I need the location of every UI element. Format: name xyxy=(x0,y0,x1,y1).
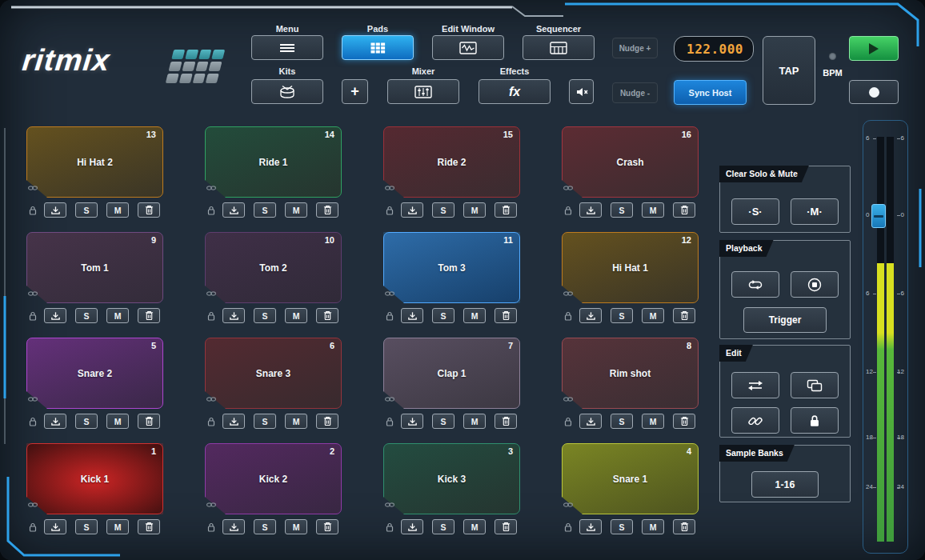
pad-solo-button[interactable]: S xyxy=(75,414,98,429)
pad-load-sample-button[interactable] xyxy=(44,308,66,323)
trigger-button[interactable]: Trigger xyxy=(743,307,827,333)
pad-solo-button[interactable]: S xyxy=(75,202,98,218)
pad-load-sample-button[interactable] xyxy=(401,202,423,218)
pad-mute-button[interactable]: M xyxy=(642,414,664,429)
pad-load-sample-button[interactable] xyxy=(579,414,602,429)
pad-mute-button[interactable]: M xyxy=(463,519,486,534)
pad-mute-button[interactable]: M xyxy=(642,519,664,534)
sequencer-button[interactable] xyxy=(523,35,595,60)
drum-pad[interactable]: 11 Tom 3 xyxy=(383,232,520,303)
pad-lock-icon[interactable] xyxy=(386,522,394,532)
lock-pads-button[interactable] xyxy=(791,407,839,434)
pad-mute-button[interactable]: M xyxy=(463,414,486,429)
pad-load-sample-button[interactable] xyxy=(401,519,423,534)
pad-lock-icon[interactable] xyxy=(207,522,215,532)
bank-range-button[interactable]: 1-16 xyxy=(751,471,819,498)
pad-solo-button[interactable]: S xyxy=(432,414,454,429)
drum-pad[interactable]: 7 Clap 1 xyxy=(383,338,520,409)
pad-delete-button[interactable] xyxy=(495,519,517,534)
pad-load-sample-button[interactable] xyxy=(222,414,245,429)
pad-mute-button[interactable]: M xyxy=(463,308,486,323)
pad-delete-button[interactable] xyxy=(316,308,338,323)
pad-delete-button[interactable] xyxy=(495,308,517,323)
pad-mute-button[interactable]: M xyxy=(285,202,307,218)
pad-delete-button[interactable] xyxy=(138,202,160,218)
pad-load-sample-button[interactable] xyxy=(579,202,602,218)
drum-pad[interactable]: 16 Crash xyxy=(562,126,699,198)
drum-pad[interactable]: 4 Snare 1 xyxy=(562,443,699,514)
pad-mute-button[interactable]: M xyxy=(285,308,307,323)
drum-pad[interactable]: 1 Kick 1 xyxy=(26,443,163,514)
pad-solo-button[interactable]: S xyxy=(432,519,454,534)
pad-delete-button[interactable] xyxy=(138,308,160,323)
pad-solo-button[interactable]: S xyxy=(75,519,98,534)
drum-pad[interactable]: 5 Snare 2 xyxy=(26,338,163,409)
pad-solo-button[interactable]: S xyxy=(254,519,276,534)
drum-pad[interactable]: 6 Snare 3 xyxy=(205,338,342,409)
pad-load-sample-button[interactable] xyxy=(401,308,423,323)
pad-solo-button[interactable]: S xyxy=(611,519,633,534)
pad-delete-button[interactable] xyxy=(673,202,695,218)
pad-lock-icon[interactable] xyxy=(386,206,394,215)
pad-solo-button[interactable]: S xyxy=(432,308,454,323)
pad-mute-button[interactable]: M xyxy=(106,414,129,429)
pad-delete-button[interactable] xyxy=(673,414,695,429)
pad-load-sample-button[interactable] xyxy=(579,519,602,534)
pad-lock-icon[interactable] xyxy=(29,417,37,426)
pad-mute-button[interactable]: M xyxy=(106,308,129,323)
pad-load-sample-button[interactable] xyxy=(44,519,66,534)
clear-all-mute-button[interactable]: ·M· xyxy=(791,198,839,225)
swap-pads-button[interactable] xyxy=(731,372,779,398)
pad-load-sample-button[interactable] xyxy=(222,519,245,534)
pad-lock-icon[interactable] xyxy=(29,206,37,215)
pad-solo-button[interactable]: S xyxy=(611,308,633,323)
pad-load-sample-button[interactable] xyxy=(222,202,245,218)
pad-solo-button[interactable]: S xyxy=(432,202,454,218)
pad-load-sample-button[interactable] xyxy=(44,414,66,429)
pad-lock-icon[interactable] xyxy=(29,522,37,532)
pad-lock-icon[interactable] xyxy=(207,417,215,426)
bpm-display[interactable]: 122.000 xyxy=(674,36,754,62)
drum-pad[interactable]: 2 Kick 2 xyxy=(205,443,342,514)
pad-mute-button[interactable]: M xyxy=(106,202,129,218)
pad-load-sample-button[interactable] xyxy=(222,308,245,323)
volume-fader[interactable] xyxy=(871,204,886,228)
pad-solo-button[interactable]: S xyxy=(611,202,633,218)
pad-solo-button[interactable]: S xyxy=(254,202,276,218)
menu-button[interactable] xyxy=(251,35,323,60)
master-mute-button[interactable] xyxy=(569,79,594,104)
drum-pad[interactable]: 10 Tom 2 xyxy=(205,232,342,303)
kits-button[interactable] xyxy=(251,79,323,104)
pad-delete-button[interactable] xyxy=(316,202,338,218)
pad-mute-button[interactable]: M xyxy=(106,519,129,534)
pad-delete-button[interactable] xyxy=(138,519,160,534)
pad-mute-button[interactable]: M xyxy=(642,308,664,323)
drum-pad[interactable]: 13 Hi Hat 2 xyxy=(26,126,163,198)
pad-lock-icon[interactable] xyxy=(207,311,215,321)
pad-lock-icon[interactable] xyxy=(564,522,572,532)
nudge-plus-button[interactable]: Nudge + xyxy=(612,38,658,58)
pad-mute-button[interactable]: M xyxy=(285,414,307,429)
copy-pad-button[interactable] xyxy=(791,372,839,398)
clear-all-solo-button[interactable]: ·S· xyxy=(731,198,779,225)
pad-mute-button[interactable]: M xyxy=(463,202,486,218)
pad-delete-button[interactable] xyxy=(316,519,338,534)
pad-solo-button[interactable]: S xyxy=(254,414,276,429)
pad-load-sample-button[interactable] xyxy=(401,414,423,429)
pad-lock-icon[interactable] xyxy=(386,417,394,426)
pad-lock-icon[interactable] xyxy=(207,206,215,215)
drum-pad[interactable]: 14 Ride 1 xyxy=(205,126,342,198)
pad-delete-button[interactable] xyxy=(495,414,517,429)
stop-button[interactable] xyxy=(791,271,839,298)
drum-pad[interactable]: 8 Rim shot xyxy=(562,338,699,409)
pad-lock-icon[interactable] xyxy=(564,311,572,321)
play-button[interactable] xyxy=(849,36,899,61)
pad-delete-button[interactable] xyxy=(138,414,160,429)
pad-mute-button[interactable]: M xyxy=(642,202,664,218)
drum-pad[interactable]: 9 Tom 1 xyxy=(26,232,163,303)
sync-host-button[interactable]: Sync Host xyxy=(674,80,747,105)
pad-mute-button[interactable]: M xyxy=(285,519,307,534)
pads-button[interactable] xyxy=(342,35,414,60)
pad-lock-icon[interactable] xyxy=(29,311,37,321)
pad-delete-button[interactable] xyxy=(316,414,338,429)
